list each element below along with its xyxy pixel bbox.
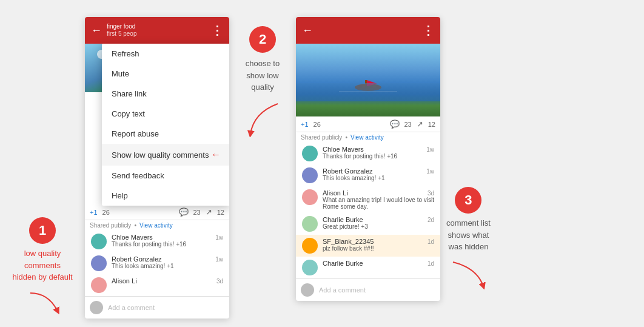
comment-count-1: 23 <box>193 209 201 216</box>
share-icon-1[interactable]: ↗ <box>206 207 212 217</box>
p2-text-robert: This looks amazing! +1 <box>323 175 434 181</box>
p2-time-3: 3d <box>428 190 434 197</box>
avatar-chloe-1 <box>91 234 107 249</box>
menu-item-report-abuse[interactable]: Report abuse <box>102 124 229 144</box>
arrow-indicator: ← <box>211 149 221 160</box>
add-comment-placeholder-2[interactable]: Add a comment <box>319 286 366 294</box>
p2-name-robert: Robert Gonzalez <box>323 167 373 175</box>
p2-comment-row-6: Charlie Burke 1d <box>296 257 440 278</box>
comment-time-2: 1w <box>215 256 223 263</box>
phone2-shared-bar: Shared publicly • View activity <box>296 132 440 143</box>
comment-time-1: 1w <box>215 234 223 241</box>
step1-arrow <box>24 287 61 317</box>
shared-text-2: Shared publicly <box>301 134 342 141</box>
step3-arrow <box>447 259 489 289</box>
phone2-add-comment: Add a comment <box>296 278 440 301</box>
p2-comment-row-5-lowquality: SF_Blank_22345 1d plz follow back ##!! <box>296 235 440 257</box>
phone1-comments: Chloe Mavers 1w Thanks for posting this!… <box>85 231 229 296</box>
shared-text-1: Shared publicly <box>90 222 131 229</box>
p2-name-charlie: Charlie Burke <box>323 216 363 223</box>
p2-text-charlie: Great picture! +3 <box>323 223 434 230</box>
phone1-engagement: +1 26 💬 23 ↗ 12 <box>85 204 229 220</box>
phone1-shared-bar: Shared publicly • View activity <box>85 220 229 231</box>
p2-time-4: 2d <box>428 217 434 223</box>
share-icon-2[interactable]: ↗ <box>417 120 423 129</box>
p2-text-chloe: Thanks for posting this! +16 <box>323 153 434 160</box>
comment-text-chloe-1: Thanks for posting this! +16 <box>112 241 223 248</box>
p2-comment-row-4: Charlie Burke 2d Great picture! +3 <box>296 213 440 235</box>
phone2-engagement: +1 26 💬 23 ↗ 12 <box>296 116 440 132</box>
p2-comment-row-1: Chloe Mavers 1w Thanks for posting this!… <box>296 143 440 164</box>
phone1-title-line1: finger food <box>107 23 136 30</box>
commenter-name-chloe-1: Chloe Mavers <box>112 234 153 241</box>
phone2-header: ← ⋮ <box>296 17 440 44</box>
share-count-1: 12 <box>217 209 224 216</box>
menu-item-refresh[interactable]: Refresh <box>102 44 229 64</box>
avatar-add-1 <box>90 301 103 314</box>
avatar-alison-2 <box>302 189 318 205</box>
phone1-header: ← finger food first 5 peop ⋮ <box>85 17 229 44</box>
step2-area: 2 choose toshow lowquality <box>241 26 284 137</box>
avatar-robert-2 <box>302 167 318 183</box>
dropdown-container: Refresh Mute Share link Copy text Report… <box>85 44 229 92</box>
back-icon-phone1[interactable]: ← <box>91 24 102 37</box>
step2-arrow <box>241 101 284 137</box>
phone2-comments: Chloe Mavers 1w Thanks for posting this!… <box>296 143 440 278</box>
commenter-name-alison-1: Alison Li <box>112 277 137 285</box>
phone1: ← finger food first 5 peop ⋮ <box>85 17 229 319</box>
more-icon-phone2[interactable]: ⋮ <box>422 23 434 38</box>
p2-name-sf-blank: SF_Blank_22345 <box>323 238 374 245</box>
p2-name-chloe: Chloe Mavers <box>323 146 364 153</box>
step1-circle: 1 <box>29 217 56 244</box>
dropdown-menu: Refresh Mute Share link Copy text Report… <box>102 44 229 206</box>
step2-circle: 2 <box>249 26 276 53</box>
view-activity-1[interactable]: View activity <box>139 222 173 229</box>
menu-item-share-link[interactable]: Share link <box>102 84 229 104</box>
menu-item-copy-text[interactable]: Copy text <box>102 104 229 124</box>
plusone-count-2: 26 <box>314 121 321 128</box>
comment-row-2: Robert Gonzalez 1w This looks amazing! +… <box>85 252 229 274</box>
avatar-robert-1 <box>91 255 107 271</box>
avatar-charlie2 <box>302 260 318 275</box>
p2-time-2: 1w <box>426 168 434 175</box>
avatar-alison-1 <box>91 277 107 293</box>
comment-icon-1[interactable]: 💬 <box>179 207 189 217</box>
phone2: ← ⋮ +1 26 <box>296 17 440 301</box>
commenter-name-robert-1: Robert Gonzalez <box>112 255 162 263</box>
comment-row-3: Alison Li 3d <box>85 274 229 296</box>
share-count-2: 12 <box>428 121 435 128</box>
menu-item-send-feedback[interactable]: Send feedback <box>102 166 229 186</box>
comment-count-2: 23 <box>404 121 412 128</box>
step3-circle: 3 <box>455 187 481 214</box>
avatar-chloe-2 <box>302 146 318 161</box>
p2-time-6: 1d <box>428 260 434 267</box>
comment-time-3: 3d <box>216 278 223 285</box>
add-comment-placeholder-1[interactable]: Add a comment <box>108 304 155 311</box>
avatar-sf-blank <box>302 238 318 254</box>
menu-item-show-low-quality[interactable]: Show low quality comments ← <box>102 144 229 166</box>
menu-item-mute[interactable]: Mute <box>102 64 229 84</box>
phone2-image <box>296 44 440 116</box>
plusone-count-1: 26 <box>102 209 110 216</box>
phone1-add-comment: Add a comment <box>85 296 229 319</box>
p2-comment-row-2: Robert Gonzalez 1w This looks amazing! +… <box>296 164 440 186</box>
p2-name-charlie2: Charlie Burke <box>323 260 363 267</box>
step3-annotation: 3 comment listshows whatwas hidden <box>446 187 491 289</box>
menu-item-help[interactable]: Help <box>102 186 229 206</box>
more-icon-phone1[interactable]: ⋮ <box>211 23 223 38</box>
p2-name-alison: Alison Li <box>323 189 348 197</box>
p2-time-1: 1w <box>426 146 434 153</box>
view-activity-2[interactable]: View activity <box>351 134 384 141</box>
step2-label: choose toshow lowquality <box>246 58 280 93</box>
p2-time-5: 1d <box>428 238 434 245</box>
p2-text-alison: What an amazing trip! I would love to vi… <box>323 197 434 210</box>
comment-icon-2[interactable]: 💬 <box>390 120 400 129</box>
step1-annotation: 1 low quality commentshidden by default <box>9 217 76 317</box>
avatar-add-2 <box>301 283 314 297</box>
phone1-title-line2: first 5 peop <box>107 30 136 38</box>
plusone-btn-1[interactable]: +1 <box>90 209 98 216</box>
step1-label: low quality commentshidden by default <box>9 248 76 283</box>
back-icon-phone2[interactable]: ← <box>302 24 313 37</box>
p2-comment-row-3: Alison Li 3d What an amazing trip! I wou… <box>296 186 440 213</box>
plusone-btn-2[interactable]: +1 <box>301 121 309 128</box>
